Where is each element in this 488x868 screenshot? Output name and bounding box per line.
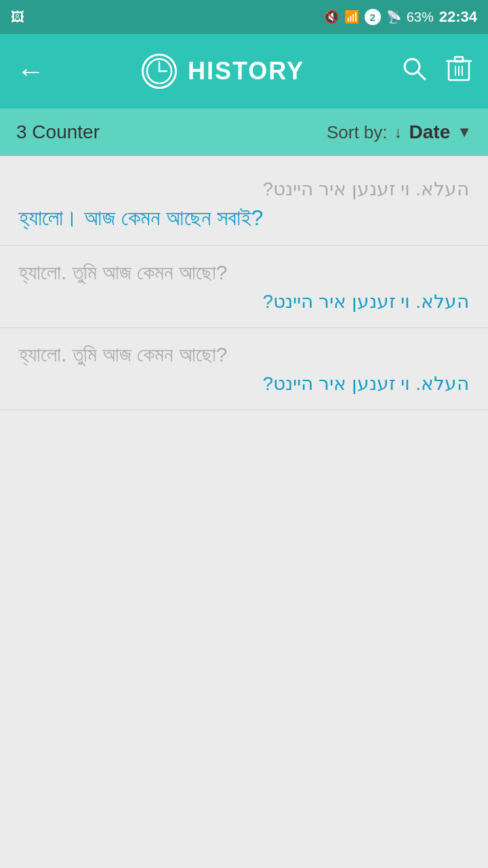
svg-point-0: [147, 59, 171, 83]
delete-button[interactable]: [446, 54, 472, 89]
battery-label: 63%: [407, 9, 434, 25]
mute-icon: 🔇: [324, 9, 339, 24]
app-bar-title: HISTORY: [142, 54, 304, 89]
status-bar: 🖼 🔇 📶 2 📡 63% 22:34: [0, 0, 488, 34]
message-left-gray: হ্যালো. তুমি আজ কেমন আছো?: [19, 343, 469, 367]
status-bar-left: 🖼: [11, 9, 24, 25]
message-left-blue: হ্যালো। আজ কেমন আছেন সবাই?: [19, 205, 469, 231]
message-right-blue: העלא. וי זענען איר היינט?: [19, 290, 469, 313]
signal-icon: 📡: [386, 9, 401, 24]
sort-value-label: Date: [409, 121, 451, 143]
image-icon: 🖼: [11, 9, 24, 25]
list-item[interactable]: হ্যালো. তুমি আজ কেমন আছো? העלא. וי זענען…: [0, 246, 488, 328]
app-bar-icons: [401, 54, 472, 89]
conversation-list: העלא. וי זענען איר היינט? হ্যালো। আজ কেম…: [0, 156, 488, 868]
app-bar: ← HISTORY: [0, 34, 488, 108]
status-bar-right: 🔇 📶 2 📡 63% 22:34: [324, 8, 477, 26]
sort-container[interactable]: Sort by: ↓ Date ▼: [327, 121, 472, 143]
message-left-gray: হ্যালো. তুমি আজ কেমন আছো?: [19, 261, 469, 285]
list-item[interactable]: העלא. וי זענען איר היינט? হ্যালো। আজ কেম…: [0, 163, 488, 246]
wifi-icon: 📶: [344, 9, 359, 24]
message-right: העלא. וי זענען איר היינט?: [19, 178, 469, 200]
sort-direction-icon: ↓: [394, 123, 403, 142]
counter-label: 3 Counter: [16, 121, 100, 143]
search-button[interactable]: [401, 56, 427, 87]
svg-rect-7: [455, 57, 463, 62]
history-clock-icon: [142, 54, 177, 89]
message-right-blue: העלא. וי זענען איר היינט?: [19, 372, 469, 395]
badge-icon: 2: [365, 9, 381, 25]
sort-by-label: Sort by:: [327, 122, 388, 143]
list-item[interactable]: হ্যালো. তুমি আজ কেমন আছো? העלא. וי זענען…: [0, 328, 488, 410]
filter-bar: 3 Counter Sort by: ↓ Date ▼: [0, 108, 488, 156]
time-label: 22:34: [439, 8, 477, 26]
page-title: HISTORY: [188, 57, 304, 85]
back-button[interactable]: ←: [16, 55, 45, 87]
dropdown-chevron-icon[interactable]: ▼: [457, 123, 472, 141]
svg-line-4: [418, 72, 425, 79]
